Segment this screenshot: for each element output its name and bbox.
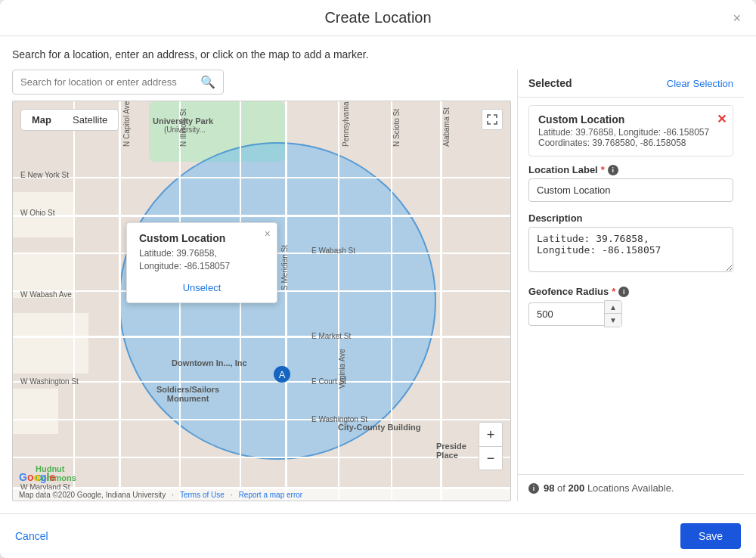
required-star-geofence: * [612, 286, 615, 297]
block [13, 313, 88, 374]
main-content: 🔍 [12, 70, 744, 501]
remove-location-button[interactable]: ✕ [717, 112, 727, 126]
street-v7 [391, 101, 392, 501]
form-section: Location Label * i Description Latitude:… [518, 164, 744, 474]
geofence-label: Geofence Radius * i [528, 286, 733, 297]
instruction-text: Search for a location, enter an address,… [12, 48, 744, 60]
street-v6 [338, 101, 339, 501]
map-type-satellite-button[interactable]: Satellite [62, 110, 118, 130]
street-h6 [13, 381, 510, 383]
required-star-label: * [601, 164, 605, 175]
location-label-label: Location Label * i [528, 164, 733, 175]
geofence-field: Geofence Radius * i ▲ ▼ [528, 286, 733, 327]
geofence-input-wrapper: ▲ ▼ [528, 300, 733, 327]
locations-info-icon: i [528, 483, 539, 494]
google-logo-area: Google [19, 470, 55, 484]
map-section: 🔍 [12, 70, 511, 501]
report-map-error-link[interactable]: Report a map error [239, 491, 302, 499]
clear-selection-button[interactable]: Clear Selection [667, 78, 733, 89]
map-attribution: Map data ©2020 Google, Indiana Universit… [13, 489, 510, 501]
selected-location-name: Custom Location [538, 113, 723, 126]
street-v2 [119, 101, 121, 501]
popup-lon-line: Longitude: -86.158057 [139, 261, 230, 271]
map-data-text: Map data ©2020 Google, Indiana Universit… [19, 491, 166, 499]
map-label-n-capitol: N Capitol Ave [122, 101, 131, 147]
popup-title: Custom Location [139, 232, 265, 244]
popup-unselect-button[interactable]: Unselect [139, 282, 265, 293]
location-label-field: Location Label * i [528, 164, 733, 202]
description-label: Description [528, 212, 733, 224]
street-h7 [13, 419, 510, 420]
fullscreen-icon [487, 114, 497, 125]
street-h5 [13, 336, 510, 338]
geofence-radius-input[interactable] [528, 302, 604, 326]
street-h2 [13, 215, 510, 217]
geofence-info-icon[interactable]: i [618, 287, 629, 297]
map-type-toggle: Map Satellite [20, 109, 119, 131]
block [13, 389, 58, 434]
google-logo: Google [19, 471, 55, 483]
create-location-modal: Create Location × Search for a location,… [0, 0, 756, 558]
map-label-pennsylvania: Pennsylvania Ave [342, 101, 350, 147]
street-v8 [440, 101, 442, 501]
modal-close-button[interactable]: × [730, 8, 744, 28]
description-textarea[interactable]: Latitude: 39.76858, Longitude: -86.15805… [528, 227, 733, 272]
locations-count: 98 of 200 Locations Available. [544, 482, 674, 494]
geofence-decrement-button[interactable]: ▼ [605, 314, 621, 327]
street-v1 [73, 101, 75, 501]
selected-location-coords: Coordinates: 39.768580, -86.158058 [538, 138, 723, 148]
street-h1 [13, 177, 510, 178]
of-text: of [557, 482, 568, 494]
save-button[interactable]: Save [680, 523, 741, 549]
fullscreen-button[interactable] [482, 109, 503, 130]
popup-close-button[interactable]: × [265, 228, 271, 240]
street-h8 [13, 457, 510, 458]
map-label-n-scioto: N Scioto St [392, 109, 401, 147]
street-v5 [285, 101, 287, 501]
zoom-out-button[interactable]: − [479, 446, 503, 470]
zoom-in-button[interactable]: + [479, 422, 503, 446]
map-label-alabama: Alabama St [442, 107, 451, 147]
search-input[interactable] [20, 76, 200, 88]
geofence-stepper: ▲ ▼ [604, 300, 622, 327]
modal-footer: Cancel Save [0, 513, 756, 558]
location-label-info-icon[interactable]: i [608, 165, 618, 175]
zoom-controls: + − [479, 422, 503, 470]
selected-location-lat: Latitude: 39.76858, Longitude: -86.15805… [538, 127, 723, 138]
selected-location-card: ✕ Custom Location Latitude: 39.76858, Lo… [528, 105, 733, 157]
modal-header: Create Location × [0, 0, 756, 36]
map-popup: × Custom Location Latitude: 39.76858, Lo… [126, 222, 277, 303]
locations-available: i 98 of 200 Locations Available. [518, 474, 744, 501]
cancel-button[interactable]: Cancel [15, 530, 48, 542]
panel-header: Selected Clear Selection [518, 70, 744, 98]
panel-selected-label: Selected [528, 77, 572, 89]
popup-coords: Latitude: 39.76858, Longitude: -86.15805… [139, 247, 265, 273]
right-panel: Selected Clear Selection ✕ Custom Locati… [517, 70, 744, 501]
description-field: Description Latitude: 39.76858, Longitud… [528, 212, 733, 275]
location-label-input[interactable] [528, 178, 733, 202]
search-icon: 🔍 [200, 75, 215, 89]
map-type-map-button[interactable]: Map [21, 110, 62, 130]
geofence-increment-button[interactable]: ▲ [605, 301, 621, 314]
map-container[interactable]: E New York St W Ohio St W Wabash Ave W W… [12, 101, 511, 501]
modal-body: Search for a location, enter an address,… [0, 36, 756, 513]
terms-of-use-link[interactable]: Terms of Use [180, 491, 225, 499]
popup-lat-line: Latitude: 39.76858, [139, 248, 217, 259]
modal-title: Create Location [324, 9, 431, 26]
search-bar: 🔍 [12, 70, 224, 95]
available-text: Locations Available. [587, 482, 674, 494]
